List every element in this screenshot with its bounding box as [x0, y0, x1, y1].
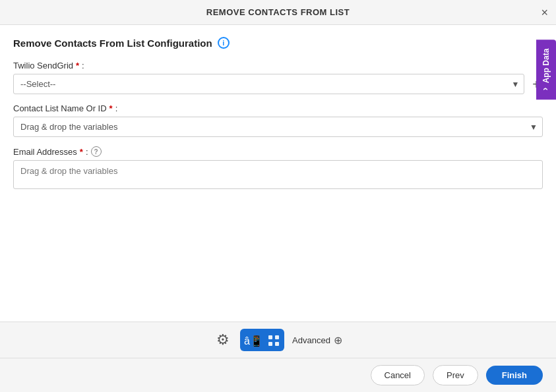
- finish-button[interactable]: Finish: [486, 366, 543, 385]
- twilio-select-row: --Select-- ▼ +: [13, 74, 543, 94]
- email-label: Email Addresses: [13, 147, 77, 157]
- advanced-plus-icon[interactable]: ⊕: [334, 334, 342, 347]
- info-icon[interactable]: i: [218, 37, 230, 49]
- twilio-field-group: Twilio SendGrid * : --Select-- ▼ +: [13, 61, 543, 94]
- email-field-group: Email Addresses * : ?: [13, 146, 543, 192]
- contact-list-required: *: [109, 103, 113, 113]
- close-button[interactable]: ×: [541, 7, 548, 18]
- svg-rect-1: [275, 335, 279, 339]
- twilio-label: Twilio SendGrid: [13, 61, 73, 70]
- gear-icon: ⚙: [216, 331, 230, 348]
- contact-list-label: Contact List Name Or ID: [13, 103, 107, 113]
- email-colon: :: [86, 147, 88, 157]
- chevron-left-icon: ‹: [541, 88, 551, 91]
- contact-list-field-group: Contact List Name Or ID * : Drag & drop …: [13, 103, 543, 137]
- email-required: *: [80, 147, 83, 157]
- modal-header: REMOVE CONTACTS FROM LIST ×: [0, 0, 556, 25]
- modal-container: REMOVE CONTACTS FROM LIST × ‹ App Data R…: [0, 0, 556, 392]
- contact-list-input-wrapper: Drag & drop the variables ▼: [13, 117, 543, 137]
- help-icon[interactable]: ?: [91, 146, 102, 157]
- flow-icon: â📱: [244, 335, 263, 347]
- email-textarea[interactable]: [13, 160, 543, 189]
- prev-button[interactable]: Prev: [433, 365, 478, 385]
- twilio-label-row: Twilio SendGrid * :: [13, 61, 543, 70]
- app-data-tab[interactable]: ‹ App Data: [536, 40, 556, 99]
- advanced-text: Advanced: [292, 335, 330, 345]
- svg-rect-0: [268, 335, 272, 339]
- svg-rect-2: [268, 342, 272, 346]
- twilio-colon: :: [82, 61, 84, 70]
- twilio-select-wrapper: --Select-- ▼: [13, 74, 524, 94]
- modal-title: REMOVE CONTACTS FROM LIST: [206, 7, 350, 17]
- app-data-label: App Data: [541, 49, 551, 84]
- footer-bar: ⚙ â📱 Advanced ⊕: [0, 322, 556, 358]
- contact-list-label-row: Contact List Name Or ID * :: [13, 103, 543, 113]
- contact-list-select[interactable]: Drag & drop the variables: [13, 117, 543, 137]
- cancel-button[interactable]: Cancel: [371, 365, 425, 385]
- twilio-required: *: [76, 61, 79, 70]
- action-bar: Cancel Prev Finish: [0, 358, 556, 392]
- advanced-label: Advanced ⊕: [292, 334, 342, 347]
- contact-list-colon: :: [115, 103, 118, 113]
- flow-svg-icon: [267, 334, 280, 347]
- config-title-text: Remove Contacts From List Configuration: [13, 38, 212, 49]
- svg-rect-3: [275, 342, 279, 346]
- twilio-select[interactable]: --Select--: [13, 74, 524, 94]
- email-label-row: Email Addresses * : ?: [13, 146, 543, 157]
- config-title-row: Remove Contacts From List Configuration …: [13, 37, 543, 49]
- flow-button[interactable]: â📱: [240, 329, 284, 351]
- gear-button[interactable]: ⚙: [214, 329, 232, 351]
- modal-body: Remove Contacts From List Configuration …: [0, 25, 556, 322]
